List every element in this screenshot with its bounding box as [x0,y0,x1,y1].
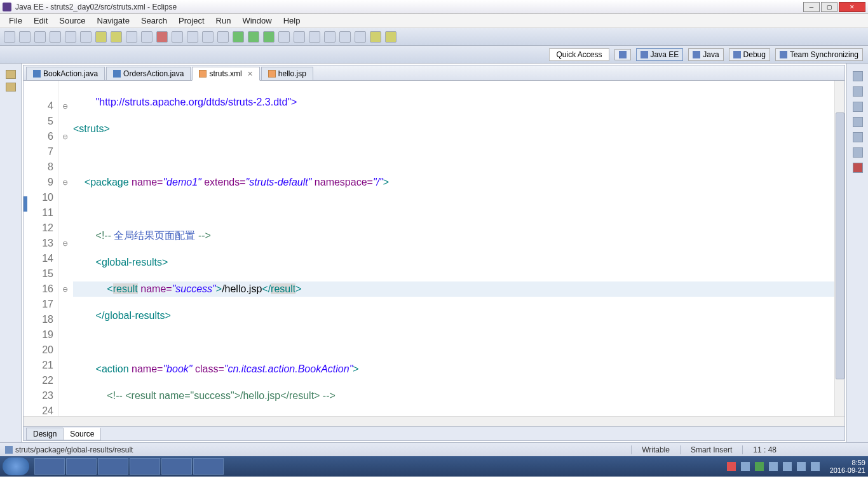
tab-hello-jsp[interactable]: hello.jsp [261,67,313,80]
quick-access-input[interactable]: Quick Access [549,48,609,61]
menu-search[interactable]: Search [136,15,172,27]
action-center-icon[interactable] [769,462,778,471]
new-server-icon[interactable] [278,31,290,43]
wifi-icon[interactable] [797,462,806,471]
forward-icon[interactable] [385,31,397,43]
volume-icon[interactable] [811,462,820,471]
close-tab-icon[interactable]: ✕ [247,70,253,78]
vertical-scrollbar[interactable] [834,81,844,416]
system-tray: 8:59 2016-09-21 [727,459,865,474]
tab-struts-xml[interactable]: struts.xml✕ [192,67,259,81]
markers-icon[interactable] [853,102,863,112]
junit-icon[interactable] [853,163,863,173]
new-icon[interactable] [4,31,15,43]
firefox-task-icon[interactable] [130,458,160,475]
package-explorer-icon[interactable] [6,83,16,92]
step-icon[interactable] [126,31,137,43]
code-text: "cn.itcast.action.BookAction" [224,363,353,374]
code-text: "http://struts.apache.org/dtds/struts-2.… [73,97,297,107]
menu-edit[interactable]: Edit [29,15,53,27]
line-num: 12 [24,220,53,236]
disconnect-icon[interactable] [172,31,183,43]
perspective-debug[interactable]: Debug [729,48,770,61]
horizontal-scrollbar[interactable] [24,416,844,426]
code-text: result [271,283,295,294]
fold-marker[interactable]: ⊖ [59,98,71,114]
perspective-team[interactable]: Team Synchronizing [775,48,863,61]
search-icon[interactable] [324,31,336,43]
network-icon[interactable] [755,462,764,471]
explorer-task-icon[interactable] [34,458,65,475]
menu-source[interactable]: Source [54,15,90,27]
task-list-icon[interactable] [853,86,863,97]
minimize-button[interactable]: ─ [803,2,820,12]
eclipse-task-icon[interactable] [161,458,192,475]
app-task-icon[interactable] [98,458,128,475]
menu-window[interactable]: Window [237,15,276,27]
snippets-icon[interactable] [853,147,863,158]
fold-marker[interactable]: ⊖ [59,236,71,251]
tab-label: OrdersAction.java [123,69,184,78]
restore-view-icon[interactable] [6,70,16,79]
perspective-icon [619,51,627,58]
step-return-icon[interactable] [217,31,229,43]
print-icon[interactable] [50,31,61,43]
menu-project[interactable]: Project [173,15,209,27]
code-editor[interactable]: "http://struts.apache.org/dtds/struts-2.… [71,81,834,416]
outline-view-icon[interactable] [853,71,863,81]
menu-help[interactable]: Help [278,15,306,27]
next-annotation-icon[interactable] [355,31,366,43]
source-tab[interactable]: Source [63,428,101,440]
menu-file[interactable]: File [4,15,27,27]
design-tab[interactable]: Design [26,428,64,440]
tab-ordersaction[interactable]: OrdersAction.java [106,67,191,80]
line-num: 17 [24,297,53,312]
publish-icon[interactable] [294,31,305,43]
menu-navigate[interactable]: Navigate [92,15,135,27]
close-button[interactable]: ✕ [839,2,865,12]
step-over-icon[interactable] [202,31,214,43]
stop-icon[interactable] [156,31,168,43]
servers-icon[interactable] [853,117,863,127]
idea-task-icon[interactable] [193,458,224,475]
fold-marker[interactable] [59,83,71,98]
scrollbar-thumb[interactable] [836,112,844,379]
start-button[interactable] [3,458,29,475]
battery-icon[interactable] [783,462,792,471]
code-text: "success" [172,283,216,294]
redo-icon[interactable] [111,31,122,43]
input-method-icon[interactable] [727,462,736,471]
perspective-java[interactable]: Java [688,48,723,61]
back-icon[interactable] [370,31,381,43]
debug-icon[interactable] [233,31,244,43]
open-perspective-button[interactable] [614,49,631,60]
fold-marker[interactable]: ⊖ [59,129,71,144]
save-icon[interactable] [19,31,31,43]
undo-icon[interactable] [95,31,107,43]
code-text: <package [73,177,129,187]
breadcrumb-path[interactable]: struts/package/global-results/result [15,445,631,454]
annotation-icon[interactable] [339,31,351,43]
build-icon[interactable] [65,31,76,43]
word-task-icon[interactable] [66,458,97,475]
maximize-button[interactable]: ▢ [821,2,837,12]
toggle-icon[interactable] [80,31,92,43]
tray-arrow-icon[interactable] [741,462,750,471]
tab-bookaction[interactable]: BookAction.java [26,67,105,80]
fold-marker[interactable]: ⊖ [59,281,71,297]
data-source-icon[interactable] [853,132,863,142]
step-into-icon[interactable] [187,31,198,43]
line-num: 22 [24,373,53,388]
jsp-file-icon [268,70,276,78]
menu-run[interactable]: Run [211,15,236,27]
run-icon[interactable] [248,31,259,43]
clock[interactable]: 8:59 2016-09-21 [830,459,865,474]
run-last-icon[interactable] [263,31,275,43]
fold-marker[interactable]: ⊖ [59,175,71,190]
perspective-javaee[interactable]: Java EE [636,48,684,61]
resume-icon[interactable] [141,31,153,43]
save-all-icon[interactable] [34,31,46,43]
open-type-icon[interactable] [309,31,320,43]
app-icon [3,3,11,11]
code-text: > [383,177,389,187]
